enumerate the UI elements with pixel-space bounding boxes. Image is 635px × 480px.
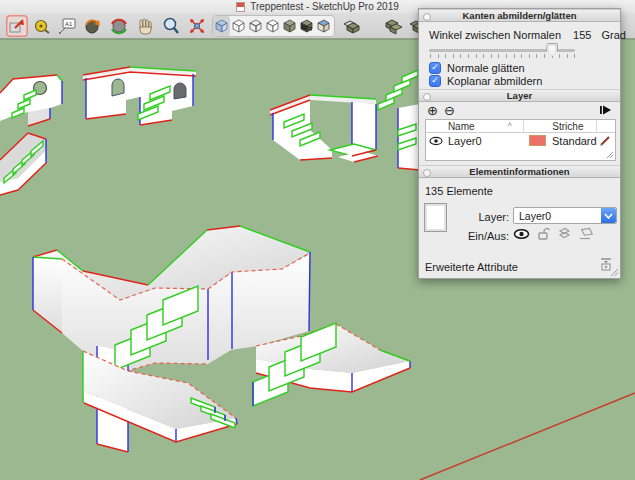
panel-collapse-toggle[interactable] <box>423 13 431 21</box>
panel-collapse-toggle[interactable] <box>423 169 431 177</box>
entity-info-panel-title: Elementinformationen <box>469 166 569 177</box>
face-style-wireframe-button[interactable] <box>247 16 264 36</box>
label-tool-button[interactable]: A1 <box>56 15 78 37</box>
layers-table-header: Name ^ Striche <box>426 120 615 133</box>
select-scale-tool-button[interactable] <box>6 15 28 37</box>
layers-panel: Layer ⊕ ⊖ Name ^ Striche <box>419 89 620 165</box>
entity-preview-thumbnail <box>424 203 447 232</box>
stacked-cubes-1-button[interactable] <box>340 15 362 37</box>
zoom-extents-icon <box>187 16 207 36</box>
tape-measure-tool-button[interactable] <box>31 15 53 37</box>
entity-info-panel: Elementinformationen 135 Elemente Layer:… <box>419 165 620 278</box>
layer-field-label: Layer: <box>457 211 509 223</box>
follow-me-tool-button[interactable] <box>81 15 103 37</box>
dashes-column-header[interactable]: Striche <box>550 121 596 132</box>
layer-color-swatch[interactable] <box>529 135 546 146</box>
unlock-icon[interactable] <box>537 227 550 240</box>
layer-visible-toggle[interactable] <box>426 136 446 146</box>
stacked-cubes-2-icon <box>383 16 403 36</box>
wireframe-cube-icon <box>248 18 263 34</box>
soften-coplanar-checkbox-row: ✓ Koplanar abmildern <box>429 74 542 87</box>
smooth-normals-label: Normale glätten <box>447 62 525 74</box>
face-style-monochrome-button[interactable] <box>315 16 332 36</box>
face-style-textured-button[interactable] <box>298 16 315 36</box>
layer-actions-button[interactable] <box>599 104 612 118</box>
layer-dashes-value[interactable]: Standard <box>550 135 596 147</box>
soften-coplanar-label: Koplanar abmildern <box>447 75 542 87</box>
stacked-cubes-2-button[interactable] <box>382 15 404 37</box>
angle-value: 155 <box>573 29 591 41</box>
selection-count: 135 Elemente <box>425 185 493 197</box>
smooth-normals-checkbox-row: ✓ Normale glätten <box>429 61 525 74</box>
panel-collapse-toggle[interactable] <box>423 93 431 101</box>
zoom-extents-tool-button[interactable] <box>186 15 208 37</box>
table-resize-grip[interactable] <box>605 150 614 159</box>
add-layer-button[interactable]: ⊕ <box>427 104 438 117</box>
tape-measure-icon <box>32 16 52 36</box>
face-style-shaded-button[interactable] <box>281 16 298 36</box>
layer-edit-button[interactable] <box>596 135 614 147</box>
app-window: Treppentest - SketchUp Pro 2019 A1 <box>0 0 635 480</box>
visible-eye-icon[interactable] <box>513 228 530 240</box>
smooth-normals-checkbox[interactable]: ✓ <box>429 62 441 74</box>
zoom-tool-button[interactable] <box>160 15 182 37</box>
layers-table: Name ^ Striche Layer0 <box>425 119 616 161</box>
soften-edges-panel: Kanten abmildern/glätten Winkel zwischen… <box>419 9 620 89</box>
face-style-xray-button[interactable] <box>213 16 230 36</box>
soften-edges-panel-title: Kanten abmildern/glätten <box>462 10 576 21</box>
back-edges-cube-icon <box>231 18 246 34</box>
face-style-group <box>212 15 335 37</box>
xray-cube-icon <box>214 18 229 34</box>
remove-layer-button[interactable]: ⊖ <box>444 104 455 117</box>
angle-label: Winkel zwischen Normalen <box>429 29 561 41</box>
soften-coplanar-checkbox[interactable]: ✓ <box>429 75 441 87</box>
orbit-icon <box>109 16 129 36</box>
pan-tool-button[interactable] <box>134 15 156 37</box>
orbit-tool-button[interactable] <box>108 15 130 37</box>
toggles-label: Ein/Aus: <box>457 230 509 242</box>
receive-shadows-icon[interactable] <box>557 227 571 240</box>
follow-me-icon <box>82 16 102 36</box>
layers-panel-title: Layer <box>507 90 532 101</box>
face-style-back-edges-button[interactable] <box>230 16 247 36</box>
layer-dropdown[interactable]: Layer0 <box>513 207 617 224</box>
hidden-line-cube-icon <box>265 18 280 34</box>
layer-dropdown-value: Layer0 <box>514 208 601 223</box>
svg-text:A1: A1 <box>65 21 73 27</box>
entity-info-panel-header[interactable]: Elementinformationen <box>419 165 620 178</box>
select-scale-icon <box>7 16 27 36</box>
stacked-cubes-1-icon <box>341 16 361 36</box>
layer-row-layer0[interactable]: Layer0 Standard <box>426 133 615 148</box>
angle-unit: Grad <box>602 29 626 41</box>
panel-resize-grip[interactable] <box>609 267 619 277</box>
action-arrow-icon <box>599 104 612 116</box>
inspector-tray: Kanten abmildern/glätten Winkel zwischen… <box>418 8 621 279</box>
layers-panel-header[interactable]: Layer <box>419 89 620 102</box>
dropdown-button[interactable] <box>601 208 616 223</box>
monochrome-cube-icon <box>316 18 331 34</box>
name-column-header[interactable]: Name <box>446 121 508 132</box>
layer-name[interactable]: Layer0 <box>446 135 508 147</box>
angle-slider[interactable] <box>429 42 575 58</box>
eye-icon <box>429 136 443 146</box>
textured-cube-icon <box>299 18 314 34</box>
chevron-down-icon <box>604 213 613 219</box>
window-title: Treppentest - SketchUp Pro 2019 <box>250 1 399 12</box>
face-style-hidden-line-button[interactable] <box>264 16 281 36</box>
document-proxy-icon <box>236 2 245 12</box>
soften-edges-panel-header[interactable]: Kanten abmildern/glätten <box>419 9 620 22</box>
advanced-attributes-label: Erweiterte Attribute <box>425 261 518 273</box>
shaded-cube-icon <box>282 18 297 34</box>
zoom-magnifier-icon <box>161 16 181 36</box>
pan-hand-icon <box>135 16 155 36</box>
sort-ascending-indicator: ^ <box>508 121 524 131</box>
label-icon: A1 <box>57 16 77 36</box>
cast-shadows-icon[interactable] <box>578 227 593 240</box>
entity-toggles <box>513 227 593 240</box>
pencil-icon <box>599 135 611 147</box>
angle-row: Winkel zwischen Normalen 155 Grad <box>429 29 626 41</box>
